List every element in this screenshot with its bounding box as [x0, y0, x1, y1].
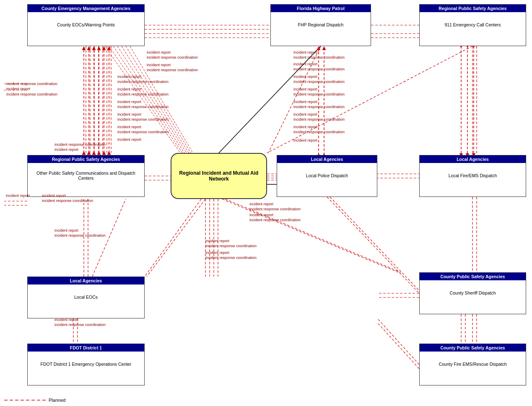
- svg-line-45: [113, 46, 184, 153]
- fdot-body: FDOT District 1 Emergency Operations Cen…: [28, 352, 144, 377]
- local-fire-header: Local Agencies: [420, 155, 526, 163]
- label-ir-center-lp2: incident report: [249, 213, 273, 217]
- label-ir-fhp7: incident report: [293, 125, 317, 129]
- label-irc-center-lp2: incident response coordination: [249, 218, 301, 222]
- label-ir-left2: incident response coordination: [6, 92, 57, 96]
- regional-911-node: Regional Public Safety Agencies 911 Emer…: [419, 4, 526, 46]
- fdot-node: FDOT District 1 FDOT District 1 Emergenc…: [27, 344, 145, 385]
- label-irc-3: incident response coordination: [117, 80, 169, 84]
- svg-line-52: [222, 199, 398, 272]
- label-incident-report-5: incident report: [117, 100, 141, 104]
- label-irc-local-eoc1: incident response coordination: [54, 233, 106, 238]
- svg-line-54: [327, 197, 419, 293]
- county-sheriff-node: County Public Safety Agencies County She…: [419, 272, 526, 314]
- regional-911-body: 911 Emergency Call Centers: [420, 12, 526, 37]
- county-eoc-body: County EOCs/Warning Points: [28, 12, 144, 37]
- label-ir-fhp: incident report: [293, 50, 317, 54]
- label-irc-fhp3: incident response coordination: [293, 80, 345, 84]
- label-irc-fhp2: incident response coordination: [293, 67, 345, 71]
- label-ir-center-lp: incident report: [249, 202, 273, 206]
- local-fire-node: Local Agencies Local Fire/EMS Dispatch: [419, 155, 526, 197]
- regional-psa-other-header: Regional Public Safety Agencies: [28, 155, 144, 163]
- label-ir-fhp2: incident report: [293, 62, 317, 66]
- county-fire-header: County Public Safety Agencies: [420, 344, 526, 352]
- svg-line-43: [105, 46, 180, 153]
- county-sheriff-header: County Public Safety Agencies: [420, 273, 526, 280]
- local-eoc-body: Local EOCs: [28, 284, 144, 310]
- label-irc-fhp4: incident response coordination: [293, 92, 345, 96]
- svg-line-49: [130, 46, 193, 153]
- label-irc-2: incident response coordination: [147, 68, 198, 72]
- label-ir-left1: incident report: [6, 87, 30, 91]
- label-ir-ctr-bot2: incident report: [205, 251, 229, 255]
- label-ir-fhp8: incident report: [293, 138, 317, 142]
- local-eoc-header: Local Agencies: [28, 277, 144, 284]
- local-police-header: Local Agencies: [277, 155, 377, 163]
- label-irc-fhp: incident response coordination: [293, 55, 345, 59]
- label-irc-6: incident response coordination: [117, 117, 169, 122]
- county-fire-body: County Fire EMS/Rescue Dispatch: [420, 352, 526, 377]
- svg-line-47: [122, 46, 189, 153]
- svg-line-9: [219, 46, 321, 153]
- label-irc-8: incident response coordination: [54, 142, 106, 147]
- legend-line-svg: [4, 398, 46, 403]
- label-incident-report-4: incident report: [117, 87, 141, 91]
- label-ir-fhp6: incident report: [293, 112, 317, 116]
- regional-psa-other-node: Regional Public Safety Agencies Other Pu…: [27, 155, 145, 197]
- label-irc-reg-psa: incident response coordination: [42, 199, 93, 203]
- label-incident-report-1: incident report: [147, 50, 171, 54]
- center-label: Regional Incident and Mutual Aid Network: [176, 170, 262, 182]
- diagram-container: County Emergency Management Agencies Cou…: [0, 0, 532, 406]
- svg-line-29: [92, 199, 126, 277]
- svg-line-34: [377, 318, 419, 365]
- label-incident-report-6: incident report: [117, 112, 141, 116]
- county-eoc-node: County Emergency Management Agencies Cou…: [27, 4, 145, 46]
- label-irc-center-lp: incident response coordination: [249, 207, 301, 211]
- label-irc-local-eoc-fdot: incident response coordination: [54, 323, 106, 327]
- label-ir-fhp5: incident report: [293, 100, 317, 104]
- svg-line-35: [377, 323, 419, 369]
- svg-line-11: [267, 46, 472, 153]
- label-ir-ctr-bot1: incident report: [205, 239, 229, 243]
- label-irc-fhp5: incident response coordination: [293, 105, 345, 109]
- label-irc-fhp6: incident response coordination: [293, 117, 345, 122]
- local-fire-body: Local Fire/EMS Dispatch: [420, 163, 526, 188]
- county-fire-node: County Public Safety Agencies County Fir…: [419, 344, 526, 385]
- label-irc-5: incident response coordination: [117, 105, 169, 109]
- label-ir-fhp4: incident report: [293, 87, 317, 91]
- regional-911-header: Regional Public Safety Agencies: [420, 5, 526, 12]
- local-eoc-node: Local Agencies Local EOCs: [27, 277, 145, 318]
- svg-line-55: [330, 197, 422, 293]
- label-irc-7: incident response coordination: [117, 130, 169, 134]
- label-incident-report-2: incident report: [147, 63, 171, 67]
- svg-line-46: [117, 46, 187, 153]
- label-irc-4: incident response coordination: [117, 92, 169, 96]
- legend-planned-label: Planned: [49, 398, 65, 403]
- label-irc-1: incident response coordination: [147, 55, 198, 59]
- svg-line-44: [109, 46, 182, 153]
- label-ir-local-eoc1: incident report: [54, 228, 78, 233]
- svg-line-50: [145, 199, 201, 277]
- fhp-body: FHP Regional Dispatch: [271, 12, 371, 37]
- label-irc-fhp7: incident response coordination: [293, 130, 345, 134]
- label-ir-left-out: incident report: [6, 194, 30, 198]
- label-irc-ctr-bot1: incident response coordination: [205, 244, 257, 248]
- regional-psa-other-body: Other Public Safety Communications and D…: [28, 163, 144, 188]
- fhp-node: Florida Highway Patrol FHP Regional Disp…: [270, 4, 371, 46]
- label-incident-report-3: incident report: [117, 75, 141, 79]
- county-sheriff-body: County Sheriff Dispatch: [420, 280, 526, 305]
- label-ir-fhp3: incident report: [293, 75, 317, 79]
- local-police-body: Local Police Dispatch: [277, 163, 377, 188]
- label-irc-left1: incident response coordination: [6, 82, 57, 86]
- local-police-node: Local Agencies Local Police Dispatch: [277, 155, 377, 197]
- label-incident-report-7: incident report: [117, 125, 141, 129]
- svg-line-10: [268, 46, 321, 153]
- fdot-header: FDOT District 1: [28, 344, 144, 352]
- center-node: Regional Incident and Mutual Aid Network: [171, 153, 267, 199]
- county-eoc-header: County Emergency Management Agencies: [28, 5, 144, 12]
- fhp-header: Florida Highway Patrol: [271, 5, 371, 12]
- label-incident-report-8: incident report: [117, 137, 141, 142]
- svg-line-48: [126, 46, 191, 153]
- label-irc-ctr-bot2: incident response coordination: [205, 256, 257, 260]
- legend: Planned: [4, 398, 65, 403]
